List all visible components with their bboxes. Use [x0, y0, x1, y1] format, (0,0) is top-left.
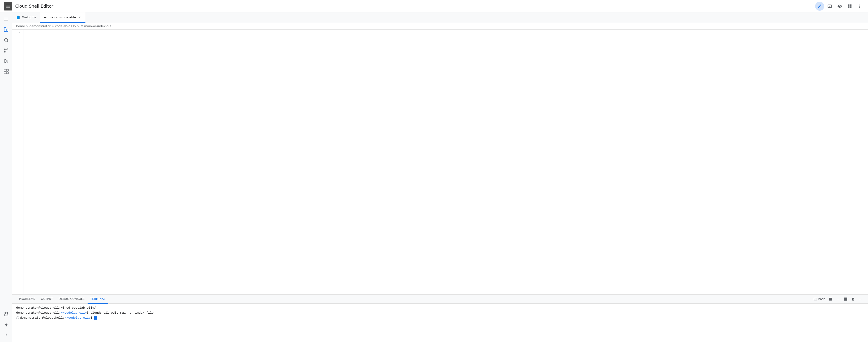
breadcrumb-home[interactable]: home — [16, 24, 25, 28]
main-layout: 📘 Welcome ≡ main-or-index-file × home > … — [0, 12, 868, 342]
edit-button[interactable] — [815, 2, 824, 11]
terminal-shell-label: bash — [818, 297, 825, 301]
svg-rect-13 — [6, 72, 8, 74]
panel-actions: bash — [813, 296, 864, 303]
terminal-line-1: demonstrator@cloudshell:~$ cd codelab-o1… — [16, 306, 864, 311]
svg-point-6 — [4, 51, 5, 52]
line-numbers: 1 — [12, 30, 24, 294]
header-actions — [815, 2, 864, 11]
file-tab-label: main-or-index-file — [49, 16, 76, 19]
terminal-line-2: demonstrator@cloudshell:~/codelab-o11y$ … — [16, 311, 864, 316]
web-preview-button[interactable] — [835, 2, 844, 11]
sidebar-item-testing[interactable] — [1, 310, 11, 319]
breadcrumb: home > demonstrator > codelab-o11y > ≡ m… — [12, 23, 868, 30]
svg-rect-10 — [4, 69, 6, 71]
panel-tab-output[interactable]: OUTPUT — [38, 294, 56, 304]
app-logo — [4, 2, 12, 10]
code-editor[interactable]: 1 — [12, 30, 868, 294]
breadcrumb-file-icon: ≡ — [81, 24, 83, 28]
sidebar-item-run[interactable] — [1, 56, 11, 66]
edit-icon — [817, 4, 822, 8]
sidebar-item-explorer[interactable] — [1, 25, 11, 34]
sidebar-bottom — [1, 310, 11, 340]
panel-tab-debug-console[interactable]: DEBUG CONSOLE — [56, 294, 88, 304]
breadcrumb-file[interactable]: main-or-index-file — [84, 24, 112, 28]
breadcrumb-sep-1: > — [26, 24, 29, 28]
sidebar-item-gemini[interactable] — [1, 320, 11, 330]
app-header: Cloud Shell Editor — [0, 0, 868, 12]
svg-rect-1 — [6, 29, 8, 31]
kill-terminal-button[interactable] — [850, 296, 857, 303]
open-terminal-button[interactable] — [825, 2, 834, 11]
breadcrumb-codelab[interactable]: codelab-o11y — [55, 24, 76, 28]
app-title: Cloud Shell Editor — [15, 4, 815, 8]
sidebar-item-ai[interactable] — [1, 331, 11, 340]
terminal-shell-icon — [813, 297, 817, 301]
svg-point-4 — [4, 49, 5, 50]
welcome-tab-label: Welcome — [22, 16, 36, 19]
terminal-dropdown-button[interactable] — [835, 296, 841, 303]
terminal-cursor — [94, 316, 97, 320]
terminal-status-circle — [16, 316, 19, 319]
tab-close-button[interactable]: × — [78, 16, 82, 19]
panel-tab-terminal[interactable]: TERMINAL — [88, 294, 108, 304]
more-options-button[interactable] — [855, 2, 864, 11]
layout-button[interactable] — [845, 2, 854, 11]
logo-icon — [5, 4, 11, 9]
split-terminal-button[interactable] — [842, 296, 849, 303]
code-content[interactable] — [24, 30, 868, 294]
terminal-output[interactable]: demonstrator@cloudshell:~$ cd codelab-o1… — [12, 304, 868, 342]
breadcrumb-sep-3: > — [77, 24, 80, 28]
file-tab-icon: ≡ — [44, 16, 46, 19]
welcome-tab-icon: 📘 — [16, 16, 20, 19]
tab-welcome[interactable]: 📘 Welcome — [12, 12, 40, 23]
panel-tabs-bar: PROBLEMS OUTPUT DEBUG CONSOLE TERMINAL b… — [12, 294, 868, 304]
svg-point-2 — [4, 38, 7, 41]
sidebar-item-menu[interactable] — [1, 14, 11, 24]
svg-marker-7 — [4, 59, 8, 63]
svg-rect-12 — [4, 72, 6, 74]
tab-main-file[interactable]: ≡ main-or-index-file × — [40, 12, 85, 23]
preview-icon — [837, 4, 842, 8]
layout-icon — [847, 4, 852, 8]
svg-rect-0 — [4, 28, 6, 32]
terminal-icon — [827, 4, 832, 8]
breadcrumb-sep-2: > — [52, 24, 54, 28]
bottom-panel: PROBLEMS OUTPUT DEBUG CONSOLE TERMINAL b… — [12, 294, 868, 342]
editor-area: 📘 Welcome ≡ main-or-index-file × home > … — [12, 12, 868, 342]
more-panel-actions-button[interactable] — [858, 296, 864, 303]
tabs-bar: 📘 Welcome ≡ main-or-index-file × — [12, 12, 868, 23]
terminal-line-3: demonstrator@cloudshell:~/codelab-o11y$ — [16, 316, 864, 320]
sidebar-item-extensions[interactable] — [1, 67, 11, 76]
svg-rect-11 — [6, 69, 8, 71]
sidebar — [0, 12, 12, 342]
svg-line-3 — [7, 41, 8, 42]
more-icon — [857, 4, 862, 8]
panel-tab-problems[interactable]: PROBLEMS — [16, 294, 38, 304]
sidebar-item-git[interactable] — [1, 46, 11, 55]
add-terminal-button[interactable] — [827, 296, 834, 303]
breadcrumb-demonstrator[interactable]: demonstrator — [30, 24, 51, 28]
sidebar-item-search[interactable] — [1, 35, 11, 45]
